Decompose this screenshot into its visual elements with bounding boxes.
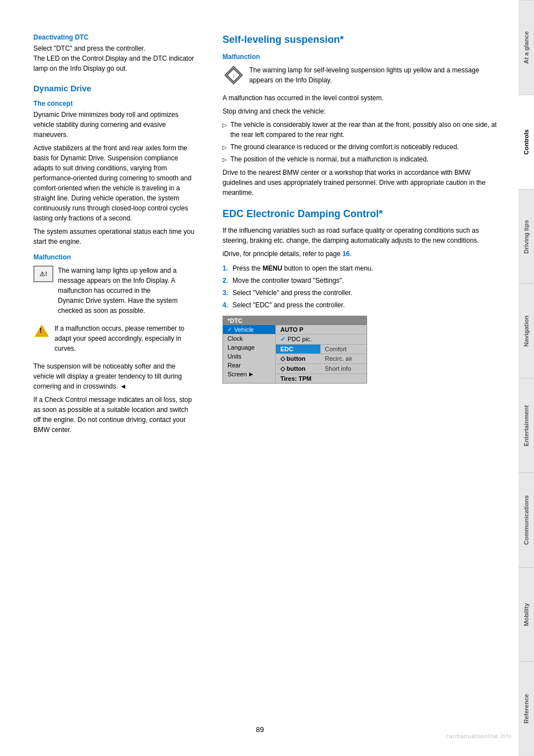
menu-item-screen: Screen ▶ (223, 370, 275, 379)
caution-text: If a malfunction occurs, please remember… (55, 323, 195, 354)
watermark: carmanualsonline.info (446, 733, 512, 739)
menu-edc-cell: EDC (276, 345, 320, 354)
self-leveling-text2: Stop driving and check the vehicle: (222, 106, 502, 116)
self-leveling-text3: Drive to the nearest BMW center or a wor… (222, 168, 502, 198)
edc-steps-list: 1.Press the MENU button to open the star… (222, 263, 502, 310)
self-leveling-text1: A malfunction has occurred in the level … (222, 93, 502, 103)
menu-item-rear: Rear (223, 361, 275, 370)
deactivating-dtc-section: Deactivating DTC Select "DTC" and press … (33, 33, 195, 73)
sidebar: At a glance Controls Driving tips Naviga… (518, 0, 534, 756)
menu-recirc: Recirc. air (320, 354, 367, 364)
edc-page-ref: 16 (342, 250, 349, 258)
sidebar-tab-entertainment[interactable]: Entertainment (518, 378, 534, 473)
self-leveling-section: Self-leveling suspension* Malfunction ↕ (222, 33, 502, 198)
menu-right-content: AUTO P ✓ PDC pic. EDC Comfort ◇ button R… (276, 325, 367, 383)
self-leveling-malfunction-subheading: Malfunction (222, 53, 502, 61)
page-number: 89 (256, 725, 264, 734)
menu-button-row2: ◇ button Short info (276, 364, 367, 374)
sidebar-tab-communications[interactable]: Communications (518, 473, 534, 567)
suspension-text: The suspension will be noticeably softer… (33, 361, 195, 391)
sidebar-tab-reference[interactable]: Reference (518, 661, 534, 756)
bullet-item-2: The ground clearance is reduced or the d… (222, 142, 502, 152)
the-concept-subheading: The concept (33, 100, 195, 107)
sidebar-tab-at-a-glance[interactable]: At a glance (518, 0, 534, 95)
edc-step-1: 1.Press the MENU button to open the star… (222, 263, 502, 273)
edc-menu-screenshot: *DTC ✓ Vehicle Clock Language Units (222, 316, 367, 384)
self-leveling-bullet-list: The vehicle is considerably lower at the… (222, 120, 502, 164)
menu-pdc: ✓ PDC pic. (276, 335, 367, 345)
edc-idrive-ref: iDrive, for principle details, refer to … (222, 249, 502, 259)
sidebar-tab-controls[interactable]: Controls (518, 95, 534, 189)
sidebar-tab-navigation[interactable]: Navigation (518, 283, 534, 378)
menu-body: ✓ Vehicle Clock Language Units Rear Scre… (223, 325, 367, 383)
warning-text-dynamic: The warning lamp lights up yellow and a … (58, 266, 195, 316)
sidebar-tab-mobility[interactable]: Mobility (518, 567, 534, 662)
menu-title-bar: *DTC (223, 316, 367, 325)
bullet-item-3: The position of the vehicle is normal, b… (222, 154, 502, 164)
menu-button-row1: ◇ button Recirc. air (276, 354, 367, 364)
concept-para-3: The system assumes operational status ea… (33, 227, 195, 247)
concept-para-1: Dynamic Drive minimizes body roll and op… (33, 110, 195, 140)
menu-item-units: Units (223, 352, 275, 361)
warning-box-dynamic-drive: ⚠! The warning lamp lights up yellow and… (33, 266, 195, 319)
check-control-text: If a Check Control message indicates an … (33, 395, 195, 435)
svg-text:↕: ↕ (233, 72, 235, 78)
right-column: Self-leveling suspension* Malfunction ↕ (222, 33, 502, 723)
menu-comfort-cell: Comfort (320, 345, 367, 354)
dynamic-drive-heading: Dynamic Drive (33, 84, 195, 93)
menu-button1: ◇ button (276, 354, 320, 364)
deactivating-dtc-text: Select "DTC" and press the controller.Th… (33, 43, 195, 73)
self-leveling-warning-icon: ↕ (222, 65, 245, 85)
menu-item-language: Language (223, 343, 275, 352)
menu-auto-p: AUTO P (276, 325, 367, 335)
dynamic-drive-section: Dynamic Drive The concept Dynamic Drive … (33, 84, 195, 435)
menu-tpm-right (320, 374, 367, 383)
menu-tpm-row: Tires: TPM (276, 374, 367, 383)
edc-heading: EDC Electronic Damping Control* (222, 208, 502, 220)
edc-text1: If the influencing variables such as roa… (222, 225, 502, 246)
self-leveling-warning-text: The warning lamp for self-leveling suspe… (249, 65, 502, 85)
triangle-caution-icon (33, 323, 50, 338)
menu-short-info: Short info (320, 364, 367, 374)
sidebar-tab-driving-tips[interactable]: Driving tips (518, 189, 534, 284)
edc-section: EDC Electronic Damping Control* If the i… (222, 208, 502, 383)
self-leveling-warning-box: ↕ The warning lamp for self-leveling sus… (222, 65, 502, 89)
edc-step-4: 4.Select "EDC" and press the controller. (222, 300, 502, 310)
menu-button2: ◇ button (276, 364, 320, 374)
malfunction-subheading-left: Malfunction (33, 253, 195, 261)
menu-edc-row: EDC Comfort (276, 345, 367, 354)
edc-step-3: 3.Select "Vehicle" and press the control… (222, 288, 502, 298)
bullet-item-1: The vehicle is considerably lower at the… (222, 120, 502, 140)
menu-left-nav: ✓ Vehicle Clock Language Units Rear Scre… (223, 325, 276, 383)
warning-lamp-icon: ⚠! (33, 266, 53, 282)
menu-item-clock: Clock (223, 334, 275, 343)
menu-item-vehicle: ✓ Vehicle (223, 325, 275, 334)
menu-tpm: Tires: TPM (276, 374, 320, 383)
deactivating-dtc-heading: Deactivating DTC (33, 33, 195, 41)
edc-step-2: 2.Move the controller toward "Settings". (222, 276, 502, 286)
left-column: Deactivating DTC Select "DTC" and press … (33, 33, 206, 723)
caution-box: If a malfunction occurs, please remember… (33, 323, 195, 357)
concept-para-2: Active stabilizers at the front and rear… (33, 143, 195, 223)
self-leveling-heading: Self-leveling suspension* (222, 33, 502, 46)
